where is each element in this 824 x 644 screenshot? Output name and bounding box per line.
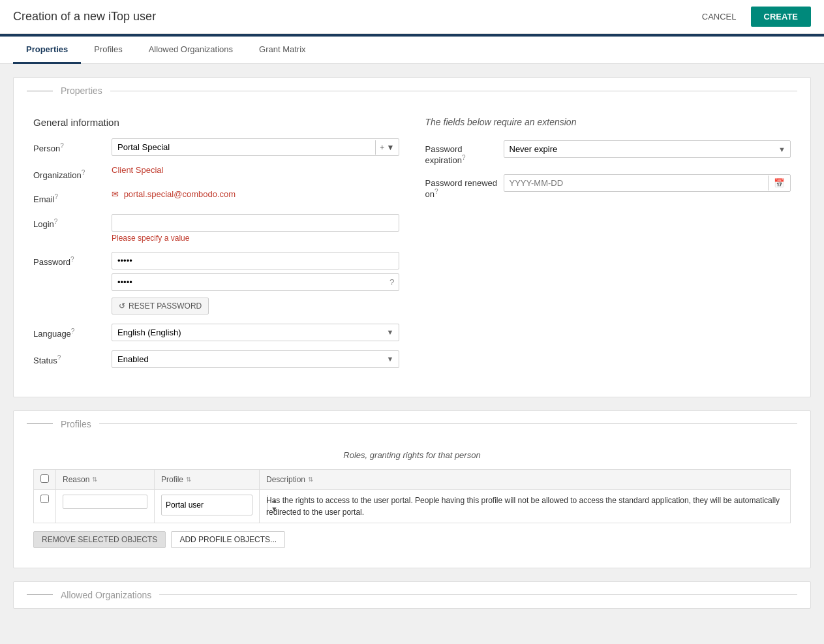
reason-input[interactable] [63,495,147,509]
email-label: Email? [33,189,112,204]
password-renewed-row: Password renewed on? 📅 [425,174,791,199]
email-link[interactable]: portal.special@combodo.com [124,189,236,199]
password-row: Password? ? ↺ RES [33,252,399,314]
password-expiration-label: Password expiration? [425,140,504,165]
login-field-wrapper: Please specify a value [112,214,399,243]
header-actions: CANCEL CREATE [695,7,811,27]
th-reason-sort: Reason ⇅ [63,475,147,484]
form-left-col: General information Person? + ▼ [33,117,399,377]
tab-properties[interactable]: Properties [13,37,81,64]
form-right-col: The fields below require an extension Pa… [425,117,791,377]
date-input[interactable] [504,175,769,191]
organization-row: Organization? Client Special [33,165,399,180]
password-eye-button[interactable]: ? [386,275,398,290]
password-renewed-label: Password renewed on? [425,174,504,199]
section-header-allowed-orgs: Allowed Organizations [14,582,810,608]
person-input[interactable] [112,139,375,155]
email-row: Email? ✉ portal.special@combodo.com [33,189,399,204]
profile-input[interactable] [162,498,267,512]
status-select[interactable]: Enabled Disabled [112,350,399,368]
person-label: Person? [33,138,112,153]
remove-objects-button[interactable]: REMOVE SELECTED OBJECTS [33,531,166,548]
section-header-profiles: Profiles [14,411,810,437]
create-button[interactable]: CREATE [751,7,811,27]
profiles-table-body: + ▼ Has the rights to access to the user… [34,489,791,523]
section-title-allowed-orgs: Allowed Organizations [61,590,151,600]
person-row: Person? + ▼ [33,138,399,156]
status-select-wrapper: Enabled Disabled ▼ [112,350,399,368]
password-field-1 [112,252,399,269]
profile-sort-icon[interactable]: ⇅ [186,476,191,483]
properties-form: General information Person? + ▼ [14,104,810,397]
reason-cell [56,489,155,523]
password-expiration-field: Never expire ▼ [504,140,791,158]
language-label: Language? [33,324,112,339]
reason-sort-icon[interactable]: ⇅ [92,476,97,483]
login-row: Login? Please specify a value [33,214,399,243]
calendar-button[interactable]: 📅 [768,176,790,191]
password-input-1[interactable] [112,253,399,269]
allowed-orgs-line-right [159,594,797,595]
select-all-checkbox[interactable] [40,474,49,483]
reset-icon: ↺ [119,301,125,311]
organization-value[interactable]: Client Special [112,165,164,175]
password-label: Password? [33,252,112,267]
organization-field: Client Special [112,165,399,175]
expiration-select-wrapper: Never expire ▼ [504,140,791,158]
row-checkbox[interactable] [40,495,49,503]
description-text: Has the rights to access to the user por… [266,496,780,517]
organization-label: Organization? [33,165,112,180]
password-input-2[interactable] [112,274,386,290]
profiles-table-header: Reason ⇅ Profile ⇅ Descr [34,469,791,489]
page-title: Creation of a new iTop user [13,10,156,23]
person-plus-btn[interactable]: + ▼ [375,140,398,155]
email-field: ✉ portal.special@combodo.com [112,189,399,199]
profiles-line-left [27,423,53,424]
th-reason: Reason ⇅ [56,469,155,489]
profiles-table: Reason ⇅ Profile ⇅ Descr [33,469,791,523]
profiles-section: Profiles Roles, granting rights for that… [13,410,811,568]
section-title-profiles: Profiles [61,419,91,429]
section-line-left [27,91,53,91]
login-label: Login? [33,214,112,229]
th-profile-sort: Profile ⇅ [161,475,252,484]
profile-cell: + ▼ [155,489,260,523]
date-input-wrapper: 📅 [504,174,791,192]
profiles-content: Roles, granting rights for that person R… [14,437,810,568]
main-content: Properties General information Person? [0,64,824,643]
profiles-line-right [99,423,797,424]
table-row: + ▼ Has the rights to access to the user… [34,489,791,523]
password-field-group: ? ↺ RESET PASSWORD [112,252,399,314]
extension-heading: The fields below require an extension [425,117,791,127]
section-header-properties: Properties [14,78,810,104]
reset-password-button[interactable]: ↺ RESET PASSWORD [112,298,209,314]
th-description-sort: Description ⇅ [266,475,784,484]
password-field-2: ? [112,273,399,291]
expiration-select[interactable]: Never expire [504,140,791,158]
tab-profiles[interactable]: Profiles [81,37,135,64]
th-profile: Profile ⇅ [155,469,260,489]
profile-input-wrapper: + ▼ [161,495,252,515]
status-row: Status? Enabled Disabled ▼ [33,350,399,368]
email-value: ✉ portal.special@combodo.com [112,189,236,199]
description-cell: Has the rights to access to the user por… [260,489,791,523]
person-field: + ▼ [112,138,399,156]
general-info-heading: General information [33,117,399,128]
status-label: Status? [33,350,112,365]
person-input-wrapper: + ▼ [112,138,399,156]
login-input[interactable] [112,214,399,232]
tab-allowed-organizations[interactable]: Allowed Organizations [136,37,246,64]
cancel-button[interactable]: CANCEL [695,8,743,25]
calendar-icon: 📅 [774,178,785,188]
th-description: Description ⇅ [260,469,791,489]
profiles-subtitle: Roles, granting rights for that person [33,450,791,460]
description-sort-icon[interactable]: ⇅ [308,476,313,483]
language-select[interactable]: English (English) [112,324,399,341]
tab-grant-matrix[interactable]: Grant Matrix [246,37,319,64]
password-renewed-field: 📅 [504,174,791,192]
status-field: Enabled Disabled ▼ [112,350,399,368]
page-header: Creation of a new iTop user CANCEL CREAT… [0,0,824,34]
row-checkbox-cell [34,489,56,523]
tab-bar: Properties Profiles Allowed Organization… [0,37,824,64]
add-objects-button[interactable]: ADD PROFILE OBJECTS... [171,531,285,548]
